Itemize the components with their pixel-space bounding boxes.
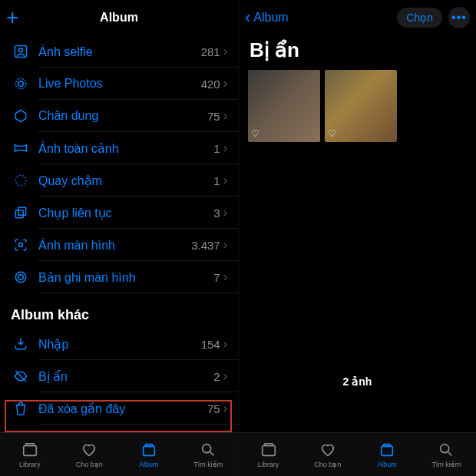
row-screen-recordings[interactable]: Bản ghi màn hình 7 ›	[0, 261, 238, 293]
row-portrait[interactable]: Chân dung 75 ›	[0, 100, 238, 132]
chevron-right-icon: ›	[223, 174, 227, 187]
heart-icon	[81, 441, 98, 458]
svg-point-8	[15, 272, 25, 282]
row-count: 7	[213, 271, 220, 284]
back-label: Album	[253, 12, 288, 24]
row-label: Live Photos	[31, 77, 201, 91]
row-hidden[interactable]: Bị ẩn 2 ›	[0, 360, 238, 392]
row-recently-deleted[interactable]: Đã xóa gần đây 75 ›	[0, 392, 238, 425]
svg-rect-11	[25, 443, 34, 445]
svg-point-2	[18, 81, 24, 87]
screenshot-icon	[11, 237, 31, 253]
chevron-right-icon: ›	[223, 238, 227, 252]
library-icon	[21, 441, 38, 458]
screen-recording-icon	[11, 269, 31, 285]
photo-count: 2 ảnh	[239, 375, 476, 388]
svg-rect-15	[262, 445, 275, 455]
tab-for-you[interactable]: Cho bạn	[60, 433, 120, 476]
tab-album[interactable]: Album	[358, 433, 417, 476]
add-button[interactable]: +	[6, 0, 18, 35]
row-label: Quay chậm	[31, 174, 213, 188]
header-title: Album	[100, 11, 138, 25]
row-imports[interactable]: Nhập 154 ›	[0, 328, 238, 360]
tab-search[interactable]: Tìm kiếm	[179, 433, 239, 476]
row-selfies[interactable]: Ảnh selfie 281 ›	[0, 35, 238, 68]
trash-icon	[11, 401, 31, 416]
svg-rect-6	[18, 207, 26, 215]
phone-left: + Album Ảnh selfie 281 › Live Photos 420…	[0, 0, 238, 476]
svg-point-9	[18, 275, 24, 280]
svg-point-4	[15, 175, 25, 185]
row-label: Bị ẩn	[31, 369, 213, 384]
row-screenshots[interactable]: Ảnh màn hình 3.437 ›	[0, 229, 238, 261]
chevron-right-icon: ›	[223, 402, 227, 415]
tab-label: Library	[19, 461, 41, 468]
portrait-icon	[11, 108, 31, 124]
search-icon	[438, 441, 455, 458]
row-label: Nhập	[31, 337, 201, 352]
row-count: 1	[213, 174, 220, 187]
heart-icon	[319, 441, 336, 458]
row-slomo[interactable]: Quay chậm 1 ›	[0, 164, 238, 197]
row-count: 75	[207, 110, 220, 123]
album-icon	[378, 441, 395, 458]
row-count: 1	[213, 142, 220, 155]
favorite-icon: ♡	[251, 128, 259, 139]
media-types-list: Ảnh selfie 281 › Live Photos 420 › Chân …	[0, 35, 238, 425]
svg-rect-17	[382, 446, 393, 455]
row-panorama[interactable]: Ảnh toàn cảnh 1 ›	[0, 132, 238, 164]
more-button[interactable]: •••	[448, 7, 470, 28]
row-burst[interactable]: Chụp liên tục 3 ›	[0, 197, 238, 229]
row-live-photos[interactable]: Live Photos 420 ›	[0, 68, 238, 100]
live-photos-icon	[11, 76, 31, 91]
row-count: 281	[201, 45, 220, 58]
tab-search[interactable]: Tìm kiếm	[417, 433, 476, 476]
selfie-icon	[11, 44, 31, 59]
chevron-right-icon: ›	[223, 109, 227, 123]
svg-rect-0	[15, 46, 27, 58]
library-icon	[260, 441, 277, 458]
tab-bar-right: Library Cho bạn Album Tìm kiếm	[239, 432, 476, 476]
row-count: 75	[207, 402, 220, 415]
row-label: Bản ghi màn hình	[31, 270, 213, 285]
chevron-right-icon: ›	[223, 369, 227, 383]
tab-album[interactable]: Album	[119, 433, 179, 476]
hidden-icon	[11, 369, 31, 384]
header-left: + Album	[0, 0, 238, 35]
row-label: Ảnh màn hình	[31, 238, 191, 253]
panorama-icon	[11, 140, 31, 156]
tab-library[interactable]: Library	[0, 433, 60, 476]
chevron-right-icon: ›	[223, 337, 227, 351]
tab-label: Tìm kiếm	[193, 461, 223, 468]
tab-label: Library	[258, 461, 279, 468]
svg-rect-5	[15, 210, 23, 218]
svg-point-14	[203, 444, 211, 452]
favorite-icon: ♡	[328, 128, 336, 139]
chevron-right-icon: ›	[223, 270, 227, 284]
chevron-right-icon: ›	[223, 141, 227, 155]
photo-thumb-1[interactable]: ♡	[248, 70, 320, 142]
row-count: 2	[213, 370, 220, 383]
svg-point-3	[15, 78, 25, 88]
chevron-left-icon: ‹	[245, 9, 250, 26]
tab-for-you[interactable]: Cho bạn	[298, 433, 357, 476]
header-right: ‹ Album Chọn •••	[239, 0, 476, 35]
select-button[interactable]: Chọn	[397, 8, 442, 28]
tab-library[interactable]: Library	[239, 433, 298, 476]
row-count: 420	[201, 78, 220, 91]
section-header-other: Album khác	[0, 293, 238, 328]
svg-rect-16	[264, 443, 273, 445]
tab-label: Album	[377, 461, 397, 468]
row-count: 3.437	[191, 239, 220, 252]
back-button[interactable]: ‹ Album	[245, 9, 289, 26]
row-label: Ảnh selfie	[31, 45, 201, 59]
row-count: 154	[201, 338, 220, 351]
chevron-right-icon: ›	[223, 206, 227, 220]
photo-thumb-2[interactable]: ♡	[325, 70, 397, 142]
row-label: Chân dung	[31, 109, 207, 123]
photo-grid: ♡ ♡	[239, 70, 476, 142]
album-icon	[140, 441, 157, 458]
svg-point-7	[19, 243, 23, 247]
import-icon	[11, 336, 31, 352]
page-title: Bị ẩn	[239, 35, 476, 70]
